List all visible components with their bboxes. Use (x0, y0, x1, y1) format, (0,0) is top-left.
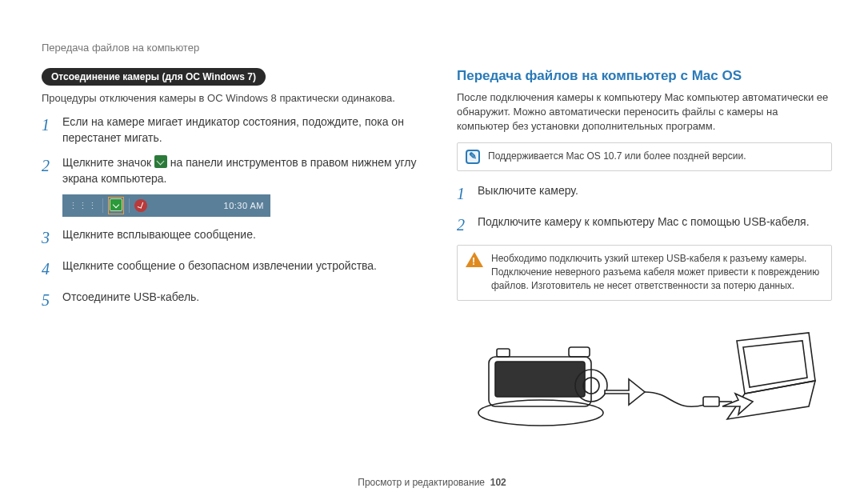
step-text: Щелкните сообщение о безопасном извлечен… (62, 258, 417, 274)
list-item: 2 Подключите камеру к компьютеру Mac с п… (457, 214, 832, 237)
note-box: ✎ Поддерживается Mac OS 10.7 или более п… (457, 142, 832, 171)
tray-icon (134, 199, 147, 212)
section-pill-windows: Отсоединение камеры (для ОС Windows 7) (42, 68, 266, 86)
step-text: Если на камере мигает индикатор состояни… (62, 114, 417, 146)
content-columns: Отсоединение камеры (для ОС Windows 7) П… (42, 68, 832, 437)
taskbar-screenshot: ⋮⋮⋮ 10:30 AM (62, 194, 270, 217)
right-steps: 1 Выключите камеру. 2 Подключите камеру … (457, 182, 832, 237)
svg-rect-7 (703, 397, 719, 406)
left-column: Отсоединение камеры (для ОС Windows 7) П… (42, 68, 417, 437)
warning-text: Необходимо подключить узкий штекер USB-к… (491, 252, 823, 294)
footer-section: Просмотр и редактирование (358, 477, 485, 488)
info-icon: ✎ (466, 150, 480, 164)
step-number: 1 (457, 182, 478, 206)
left-steps: 1 Если на камере мигает индикатор состоя… (42, 114, 417, 186)
step-number: 5 (42, 289, 62, 312)
right-intro: После подключения камеры к компьютеру Ma… (457, 90, 832, 134)
page-number: 102 (490, 477, 506, 488)
step-number: 2 (42, 154, 62, 178)
step-number: 1 (42, 114, 62, 137)
right-column: Передача файлов на компьютер с Mac OS По… (457, 68, 832, 437)
step-text: Щелкните всплывающее сообщение. (62, 226, 417, 242)
svg-point-0 (478, 400, 603, 426)
step-text: Отсоедините USB-кабель. (62, 289, 417, 305)
step-text: Подключите камеру к компьютеру Mac с пом… (478, 214, 832, 230)
list-item: 3 Щелкните всплывающее сообщение. (42, 226, 417, 250)
safe-remove-tray-icon (110, 198, 122, 211)
list-item: 4 Щелкните сообщение о безопасном извлеч… (42, 258, 417, 281)
list-item: 1 Если на камере мигает индикатор состоя… (42, 114, 417, 146)
step-number: 2 (457, 214, 478, 237)
note-text: Поддерживается Mac OS 10.7 или более поз… (488, 150, 746, 163)
taskbar-grip-icon: ⋮⋮⋮ (69, 201, 98, 211)
taskbar-separator (129, 198, 130, 213)
page-header: Передача файлов на компьютер (42, 42, 199, 54)
left-steps-cont: 3 Щелкните всплывающее сообщение. 4 Щелк… (42, 226, 417, 312)
step2-prefix: Щелкните значок (62, 156, 154, 169)
svg-rect-5 (497, 349, 510, 357)
step-number: 4 (42, 258, 62, 281)
warning-icon (466, 252, 483, 267)
taskbar-separator (102, 198, 103, 213)
left-intro: Процедуры отключения камеры в ОС Windows… (42, 91, 417, 106)
svg-rect-6 (569, 347, 590, 357)
list-item: 2 Щелкните значок на панели инструментов… (42, 154, 417, 187)
taskbar-clock: 10:30 AM (224, 201, 264, 210)
warning-box: Необходимо подключить узкий штекер USB-к… (457, 245, 832, 301)
page-footer: Просмотр и редактирование 102 (0, 477, 864, 488)
safe-remove-icon (154, 155, 167, 168)
taskbar-highlight (108, 197, 124, 214)
step-text: Щелкните значок на панели инструментов в… (62, 154, 417, 187)
step-text: Выключите камеру. (478, 182, 832, 198)
svg-rect-2 (495, 362, 585, 397)
list-item: 1 Выключите камеру. (457, 182, 832, 206)
step-number: 3 (42, 226, 62, 250)
connection-diagram-icon (473, 317, 817, 437)
list-item: 5 Отсоедините USB-кабель. (42, 289, 417, 312)
section-title-mac: Передача файлов на компьютер с Mac OS (457, 68, 832, 84)
camera-laptop-illustration (457, 317, 832, 437)
